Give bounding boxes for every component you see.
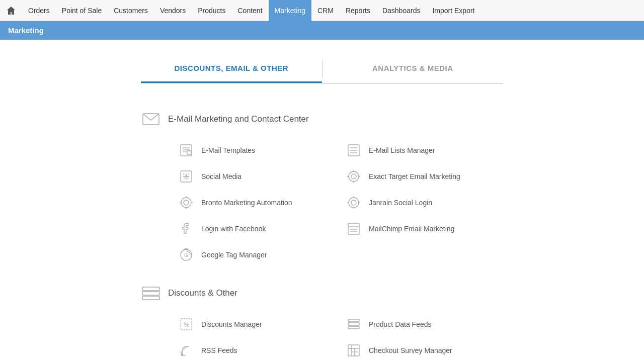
page-header: Marketing [0,21,644,40]
email-section-icon [141,109,161,129]
checkout-survey-item[interactable]: Checkout Survey Manager [336,337,503,362]
svg-rect-41 [348,323,359,325]
tab-discounts-email[interactable]: DISCOUNTS, EMAIL & OTHER [141,55,322,83]
bronto-item[interactable]: Bronto Marketing Automation [168,190,336,216]
discounts-section-title: Discounts & Other [168,288,237,298]
nav-dashboards[interactable]: Dashboards [376,0,427,21]
email-templates-item[interactable]: E-Mail Templates [168,137,336,163]
svg-point-45 [181,353,183,355]
product-data-feeds-icon [346,316,362,332]
facebook-item[interactable]: Login with Facebook [168,216,336,242]
bronto-label: Bronto Marketing Automation [201,199,292,207]
social-media-label: Social Media [201,172,242,180]
svg-point-11 [349,171,359,182]
svg-rect-40 [348,319,359,322]
facebook-label: Login with Facebook [201,225,266,233]
svg-rect-42 [348,326,359,329]
discounts-manager-icon: % [178,316,194,332]
mailchimp-icon [346,221,362,237]
svg-point-12 [351,174,356,179]
tab-analytics-media[interactable]: ANALYTICS & MEDIA [323,55,504,83]
rss-feeds-item[interactable]: RSS Feeds [168,337,336,362]
social-media-item[interactable]: Social Media [168,163,336,190]
janrain-item[interactable]: Janrain Social Login [336,190,503,216]
email-templates-label: E-Mail Templates [201,146,255,154]
email-templates-icon [178,142,194,158]
janrain-icon [346,195,362,211]
discounts-items-grid: % Discounts Manager Product Data Feeds [168,311,503,362]
google-tag-item[interactable]: G Google Tag Manager [168,242,336,268]
discounts-manager-item[interactable]: % Discounts Manager [168,311,336,337]
svg-rect-46 [348,345,359,356]
google-tag-icon: G [178,247,194,263]
exact-target-item[interactable]: Exact Target Email Marketing [336,163,503,190]
product-data-feeds-label: Product Data Feeds [369,320,432,328]
janrain-label: Janrain Social Login [369,199,432,207]
nav-customers[interactable]: Customers [108,0,154,21]
discounts-manager-label: Discounts Manager [201,320,262,328]
nav-orders[interactable]: Orders [22,0,56,21]
email-lists-manager-icon [346,142,362,158]
nav-vendors[interactable]: Vendors [154,0,192,21]
mailchimp-label: MailChimp Email Marketing [369,225,454,233]
svg-point-17 [181,198,191,208]
email-lists-manager-item[interactable]: E-Mail Lists Manager [336,137,503,163]
tab-container: DISCOUNTS, EMAIL & OTHER ANALYTICS & MED… [141,55,503,84]
facebook-icon [178,221,194,237]
discounts-section-heading: Discounts & Other [141,283,503,303]
nav-point-of-sale[interactable]: Point of Sale [56,0,108,21]
bronto-icon [178,195,194,211]
svg-rect-36 [142,292,159,295]
checkout-survey-label: Checkout Survey Manager [369,346,452,354]
exact-target-label: Exact Target Email Marketing [369,172,460,180]
email-lists-manager-label: E-Mail Lists Manager [369,146,435,154]
nav-content[interactable]: Content [232,0,269,21]
social-media-icon [178,168,194,185]
svg-point-18 [184,200,189,205]
email-section-heading: E-Mail Marketing and Contact Center [141,109,503,129]
nav-marketing[interactable]: Marketing [269,0,311,21]
home-icon[interactable] [4,4,18,18]
mailchimp-item[interactable]: MailChimp Email Marketing [336,216,503,242]
svg-point-23 [349,198,359,208]
top-nav: Orders Point of Sale Customers Vendors P… [0,0,644,21]
product-data-feeds-item[interactable]: Product Data Feeds [336,311,503,337]
nav-import-export[interactable]: Import Export [426,0,480,21]
svg-rect-35 [142,287,159,291]
rss-feeds-label: RSS Feeds [201,346,237,354]
email-items-grid: E-Mail Templates E-Mail Lists Manager [168,137,503,268]
nav-crm[interactable]: CRM [311,0,340,21]
rss-feeds-icon [178,342,194,358]
email-section-title: E-Mail Marketing and Contact Center [168,114,309,124]
svg-rect-5 [187,151,191,154]
main-content: E-Mail Marketing and Contact Center E-Ma… [141,84,503,362]
exact-target-icon [346,168,362,185]
svg-point-24 [351,200,356,205]
svg-rect-29 [348,223,359,234]
nav-products[interactable]: Products [192,0,231,21]
svg-text:G: G [184,252,188,258]
svg-rect-37 [142,296,159,300]
svg-text:%: % [184,321,190,328]
discounts-section-icon [141,283,161,303]
checkout-survey-icon [346,342,362,358]
nav-reports[interactable]: Reports [340,0,376,21]
google-tag-label: Google Tag Manager [201,251,267,259]
